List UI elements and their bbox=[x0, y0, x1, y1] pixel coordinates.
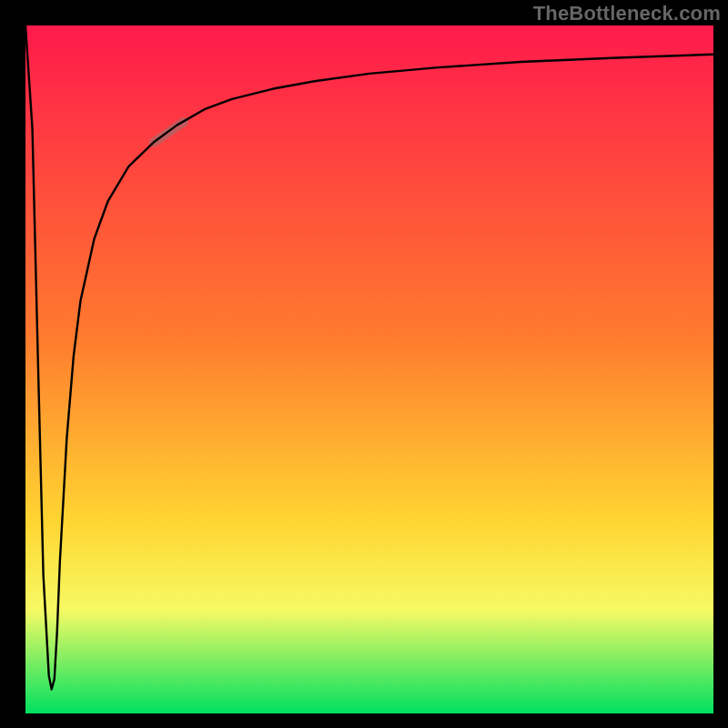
chart-container: TheBottleneck.com bbox=[0, 0, 728, 728]
chart-svg bbox=[25, 25, 713, 713]
plot-area bbox=[25, 25, 713, 713]
gradient-background bbox=[25, 25, 713, 713]
watermark-text: TheBottleneck.com bbox=[533, 2, 721, 25]
